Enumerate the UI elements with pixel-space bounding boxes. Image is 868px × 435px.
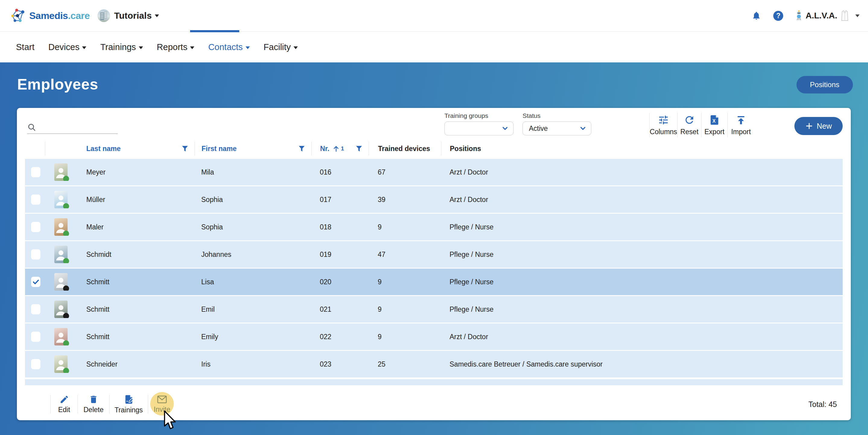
brand-primary: Samedis: [29, 10, 68, 21]
cell-trained-devices: 9: [369, 223, 441, 231]
robot-icon: [795, 10, 803, 21]
table-row[interactable]: Schmitt Emil 021 9 Pflege / Nurse: [25, 296, 843, 323]
nav-item-devices[interactable]: Devices: [48, 42, 86, 52]
total-count: Total: 45: [808, 400, 851, 409]
nav-item-label: Contacts: [208, 42, 243, 52]
cell-first-name: Iris: [195, 360, 311, 368]
presence-dot-online: [63, 203, 69, 208]
status-label: Status: [523, 112, 591, 120]
cell-trained-devices: 9: [369, 305, 441, 313]
import-button[interactable]: Import: [728, 111, 754, 139]
chevron-down-icon: [246, 46, 250, 49]
sort-order: 1: [341, 145, 344, 152]
workspace-avatar: [97, 9, 110, 22]
table-row[interactable]: Schmitt Emily 022 9 Arzt / Doctor: [25, 324, 843, 350]
row-select-cell: [25, 304, 45, 314]
nav-item-label: Start: [16, 42, 34, 52]
positions-button[interactable]: Positions: [797, 76, 853, 94]
status-select[interactable]: Active: [523, 122, 591, 135]
import-label: Import: [731, 128, 751, 136]
row-checkbox[interactable]: [31, 332, 40, 342]
user-name: A.L.V.A.: [806, 11, 837, 21]
delete-button[interactable]: Delete: [78, 394, 109, 414]
cell-positions: Arzt / Doctor: [441, 196, 843, 204]
plus-icon: [805, 122, 813, 130]
nav-item-start[interactable]: Start: [16, 42, 34, 52]
column-header-first-name[interactable]: First name: [195, 142, 311, 156]
search-input[interactable]: [40, 123, 118, 132]
sort-indicator[interactable]: 1: [333, 145, 344, 153]
table-row[interactable]: Müller Sophia 017 39 Arzt / Doctor: [25, 186, 843, 213]
nav-item-facility[interactable]: Facility: [264, 42, 298, 52]
filter-funnel-icon[interactable]: [298, 145, 305, 153]
cell-trained-devices: 9: [369, 278, 441, 286]
row-checkbox[interactable]: [31, 277, 40, 287]
cell-last-name: Schmitt: [85, 333, 195, 341]
row-checkbox[interactable]: [31, 195, 40, 205]
cell-positions: Arzt / Doctor: [441, 333, 843, 341]
row-checkbox[interactable]: [31, 222, 40, 232]
brand-secondary: .care: [68, 10, 90, 21]
reset-label: Reset: [680, 128, 699, 136]
row-select-cell: [25, 249, 45, 260]
row-checkbox[interactable]: [31, 167, 40, 177]
cell-trained-devices: 25: [369, 360, 441, 368]
nav-item-label: Trainings: [100, 42, 136, 52]
nav-item-reports[interactable]: Reports: [157, 42, 195, 52]
cell-nr: 021: [311, 305, 369, 313]
filter-funnel-icon[interactable]: [355, 145, 363, 153]
row-checkbox[interactable]: [31, 304, 40, 314]
top-bar: Samedis.care Tutorials ?: [0, 0, 868, 32]
avatar: [54, 356, 68, 373]
column-header-positions[interactable]: Positions: [441, 142, 843, 156]
table-row[interactable]: Schmidt Johannes 019 47 Pflege / Nurse: [25, 241, 843, 268]
export-label: Export: [705, 128, 724, 136]
avatar: [54, 246, 68, 263]
invite-label: Invite: [154, 405, 170, 413]
row-select-cell: [25, 195, 45, 205]
filter-funnel-icon[interactable]: [181, 145, 189, 153]
export-button[interactable]: X Export: [702, 111, 727, 139]
chevron-down-icon: [155, 14, 159, 17]
table-row[interactable]: Schneider Iris 023 25 Samedis.care Betre…: [25, 351, 843, 377]
training-groups-select[interactable]: [444, 122, 514, 135]
nav-item-trainings[interactable]: Trainings: [100, 42, 143, 52]
column-header-trained-devices[interactable]: Trained devices: [369, 142, 441, 156]
edit-button[interactable]: Edit: [51, 394, 78, 414]
workspace-selector[interactable]: Tutorials: [97, 9, 159, 22]
notifications-button[interactable]: [751, 11, 761, 21]
header-avatar-spacer: [45, 142, 85, 156]
help-button[interactable]: ?: [773, 11, 783, 21]
table-row[interactable]: Maler Sophia 018 9 Pflege / Nurse: [25, 214, 843, 240]
cell-positions: Pflege / Nurse: [441, 305, 843, 313]
cell-first-name: Mila: [195, 168, 311, 176]
import-icon: [735, 114, 747, 126]
reset-icon: [684, 114, 695, 126]
row-avatar-cell: [45, 301, 85, 318]
search-field[interactable]: [27, 120, 118, 134]
edit-label: Edit: [58, 406, 70, 414]
header-select-spacer: [25, 142, 45, 156]
row-checkbox[interactable]: [31, 249, 40, 260]
row-checkbox[interactable]: [31, 359, 40, 369]
column-header-last-name[interactable]: Last name: [85, 142, 195, 156]
table-row[interactable]: Schmitt Lisa 020 9 Pflege / Nurse: [25, 269, 843, 295]
column-header-nr[interactable]: Nr. 1: [311, 142, 369, 156]
cell-first-name: Emily: [195, 333, 311, 341]
table-row[interactable]: Meyer Mila 016 67 Arzt / Doctor: [25, 159, 843, 186]
chevron-down-icon: [82, 46, 86, 49]
brand-wordmark[interactable]: Samedis.care: [29, 10, 90, 22]
reset-button[interactable]: Reset: [678, 111, 701, 139]
cell-last-name: Schneider: [85, 360, 195, 368]
new-button[interactable]: New: [795, 117, 843, 135]
user-menu[interactable]: A.L.V.A.: [795, 10, 860, 22]
invite-button[interactable]: Invite: [148, 395, 176, 414]
nav-item-contacts[interactable]: Contacts: [208, 42, 249, 52]
cell-last-name: Meyer: [85, 168, 195, 176]
samedis-logo-icon[interactable]: [11, 8, 25, 23]
training-groups-label: Training groups: [444, 112, 514, 120]
page-title: Employees: [17, 76, 98, 93]
columns-button[interactable]: Columns: [650, 111, 677, 139]
trainings-button[interactable]: Trainings: [110, 394, 148, 414]
edit-pencil-icon: [59, 395, 69, 404]
